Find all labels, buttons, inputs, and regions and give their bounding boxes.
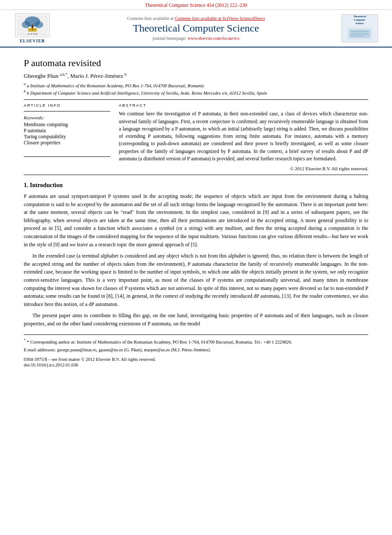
svg-point-3 — [35, 21, 43, 28]
author-names: Gheorghe Păun a,b,*, Mario J. Pérez-Jimé… — [24, 73, 127, 79]
article-title: P automata revisited — [24, 57, 368, 69]
journal-reference: Theoretical Computer Science 454 (2012) … — [0, 0, 392, 10]
footer-id-1: 0304-3975/$ – see front matter © 2012 El… — [24, 357, 368, 362]
elsevier-svg-icon: ELSEVIER — [17, 15, 48, 36]
keywords-label: Keywords: — [24, 115, 110, 120]
journal-homepage: journal homepage: www.elsevier.com/locat… — [61, 36, 331, 41]
footer-identifiers: 0304-3975/$ – see front matter © 2012 El… — [24, 357, 368, 367]
footnote-2: E-mail addresses: george.paun@imar.ro, g… — [24, 347, 368, 353]
section1-para1: P automata are usual symport/antiport P … — [24, 192, 368, 248]
copyright-line: © 2012 Elsevier B.V. All rights reserved… — [119, 166, 368, 171]
svg-point-2 — [22, 21, 30, 28]
journal-info-center: Contents lists available at Contents lis… — [56, 16, 336, 41]
footer-id-2: doi:10.1016/j.tcs.2012.01.036 — [24, 363, 368, 367]
affiliations: a a Institute of Mathematics of the Roma… — [24, 82, 368, 95]
section1-para3: The present paper aims to contribute to … — [24, 312, 368, 328]
affiliation-a: a a Institute of Mathematics of the Roma… — [24, 82, 368, 88]
keyword-3: Turing computability — [24, 134, 110, 139]
journal-cover-image: Theoretical Computer Science — [341, 14, 378, 42]
keyword-1: Membrane computing — [24, 122, 110, 127]
article-info-abstract: ARTICLE INFO Keywords: Membrane computin… — [24, 103, 368, 171]
abstract-label: ABSTRACT — [119, 103, 368, 108]
svg-text:ELSEVIER: ELSEVIER — [27, 33, 38, 35]
abstract-text: We continue here the investigation of P … — [119, 110, 368, 162]
svg-rect-5 — [28, 28, 37, 32]
divider-top — [24, 99, 368, 100]
keywords-section: Keywords: Membrane computing P automata … — [24, 115, 110, 145]
affiliation-b: b b Department of Computer Science and A… — [24, 89, 368, 96]
sciverse-link[interactable]: Contents lists available at SciVerse Sci… — [175, 16, 265, 21]
journal-cover: Theoretical Computer Science — [336, 14, 383, 42]
divider-after-abstract — [24, 175, 368, 175]
divider-info — [24, 111, 110, 111]
footnotes: * * Corresponding author at: Institute o… — [24, 334, 368, 353]
keyword-2: P automata — [24, 128, 110, 133]
authors: Gheorghe Păun a,b,*, Mario J. Pérez-Jimé… — [24, 72, 368, 80]
homepage-link[interactable]: www.elsevier.com/locate/tcs — [188, 36, 239, 41]
article-info-column: ARTICLE INFO Keywords: Membrane computin… — [24, 103, 110, 171]
keyword-4: Closure properties — [24, 140, 110, 145]
journal-title: Theoretical Computer Science — [61, 22, 331, 34]
section1-heading: 1. Introduction — [24, 182, 368, 189]
article-content: P automata revisited Gheorghe Păun a,b,*… — [0, 48, 392, 377]
sciverse-line: Contents lists available at Contents lis… — [61, 16, 331, 21]
elsevier-logo-area: ELSEVIER ELSEVIER — [9, 13, 56, 43]
footnote-1: * * Corresponding author at: Institute o… — [24, 338, 368, 345]
elsevier-label: ELSEVIER — [20, 38, 45, 43]
abstract-column: ABSTRACT We continue here the investigat… — [119, 103, 368, 171]
journal-header: ELSEVIER ELSEVIER Contents lists availab… — [0, 10, 392, 48]
section1-body: P automata are usual symport/antiport P … — [24, 192, 368, 328]
article-info-label: ARTICLE INFO — [24, 103, 110, 108]
divider-keywords-bottom — [24, 156, 110, 157]
section1-para2: In the extended case (a terminal alphabe… — [24, 252, 368, 308]
elsevier-logo-image: ELSEVIER — [15, 13, 50, 37]
